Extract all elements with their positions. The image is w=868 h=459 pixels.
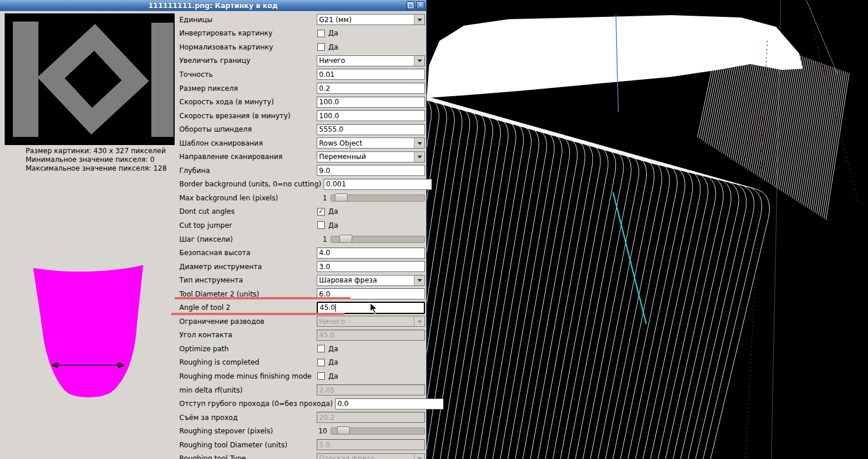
plunge-rate-input[interactable]: 100.0 bbox=[317, 110, 425, 121]
image-size-text: Размер картинки: 430 x 327 пикселей bbox=[26, 147, 166, 156]
step-pixels-slider[interactable] bbox=[331, 236, 425, 243]
pixel-size-input[interactable]: 0.2 bbox=[317, 83, 425, 94]
roughing-tool-type-dropdown: Плоская фреза bbox=[317, 453, 425, 459]
cut-top-jumper-checkbox[interactable] bbox=[317, 221, 325, 229]
depth-input[interactable]: 9.0 bbox=[317, 165, 425, 176]
row-depth-per-pass: Съём за проход20.2 bbox=[179, 411, 425, 425]
roughing-stepover-label: Roughing stepover (pixels) bbox=[179, 427, 314, 435]
spindle-speed-input[interactable]: 5555.0 bbox=[317, 124, 425, 135]
normalize-image-checkbox[interactable] bbox=[317, 43, 325, 51]
gcode-preview-3d[interactable] bbox=[427, 0, 868, 459]
invert-image-control: Да bbox=[317, 29, 425, 37]
row-tolerance: Точность0.01 bbox=[179, 68, 425, 82]
preview-left-bar bbox=[13, 22, 38, 137]
row-min-delta-rf: min delta rf(units)2.05 bbox=[179, 383, 425, 397]
close-button[interactable]: ✕ bbox=[416, 1, 424, 9]
row-safety-height: Безопасная высота4.0 bbox=[179, 246, 425, 260]
depth-per-pass-control: 20.2 bbox=[317, 412, 425, 423]
depth-value: 9.0 bbox=[319, 167, 330, 175]
tool-diameter-input[interactable]: 3.0 bbox=[317, 261, 425, 272]
roughing-stepover-slider[interactable] bbox=[331, 428, 425, 435]
min-delta-rf-input: 2.05 bbox=[317, 384, 425, 396]
plunge-rate-control: 100.0 bbox=[317, 110, 425, 121]
roughing-offset-input[interactable]: 0.0 bbox=[335, 398, 444, 409]
normalize-image-label: Нормализовать картинку bbox=[179, 43, 314, 51]
safety-height-label: Безопасная высота bbox=[179, 249, 314, 257]
tolerance-control: 0.01 bbox=[317, 69, 425, 80]
expand-border-control: Ничего bbox=[317, 55, 425, 66]
scan-pattern-dropdown[interactable]: Rows Object bbox=[317, 137, 425, 149]
chevron-down-icon[interactable] bbox=[414, 276, 424, 285]
invert-image-label: Инвертировать картинку bbox=[179, 29, 314, 37]
row-feed-rate: Скорость хода (в минуту)100.0 bbox=[179, 95, 425, 109]
mouse-cursor bbox=[370, 302, 379, 315]
tool-profile-preview bbox=[26, 262, 148, 405]
feed-rate-control: 100.0 bbox=[317, 97, 425, 108]
roughing-is-completed-checkbox[interactable] bbox=[317, 359, 325, 366]
roughing-is-completed-control: Да bbox=[317, 358, 425, 366]
units-dropdown[interactable]: G21 (мм) bbox=[317, 14, 425, 25]
roughing-tool-diameter-control: 5.0 bbox=[317, 439, 425, 450]
angle-of-tool-2-value: 45.0 bbox=[320, 303, 335, 312]
safety-height-value: 4.0 bbox=[319, 249, 330, 257]
tool-shape-path bbox=[33, 265, 143, 397]
normalize-image-control: Да bbox=[317, 43, 425, 51]
max-background-len-control: 1 bbox=[317, 194, 425, 202]
chevron-down-icon[interactable] bbox=[414, 56, 424, 66]
step-pixels-label: Шаг (пиксели) bbox=[179, 235, 314, 243]
chevron-down-icon[interactable] bbox=[414, 152, 424, 162]
fillet-limit-control: Ничего bbox=[317, 316, 425, 327]
row-dont-cut-angles: Dont cut angles✓Да bbox=[179, 205, 425, 219]
roughing-minus-finishing-label: Roughing mode minus finishing mode bbox=[179, 372, 314, 380]
plunge-rate-label: Скорость врезания (в минуту) bbox=[179, 112, 314, 120]
pixel-size-label: Размер пикселя bbox=[179, 84, 314, 93]
close-icon: ✕ bbox=[418, 2, 423, 8]
roughing-tool-diameter-value: 5.0 bbox=[319, 441, 330, 449]
border-background-input[interactable]: 0.001 bbox=[324, 179, 432, 190]
minimize-button[interactable] bbox=[406, 1, 414, 9]
roughing-is-completed-checkbox-label: Да bbox=[328, 358, 338, 366]
tool-type-dropdown[interactable]: Шаровая фреза bbox=[317, 275, 425, 286]
roughing-tool-type-label: Roughing tool Type bbox=[179, 454, 314, 459]
chevron-down-icon[interactable] bbox=[414, 138, 424, 148]
cut-top-jumper-checkbox-label: Да bbox=[328, 221, 338, 230]
min-delta-rf-label: min delta rf(units) bbox=[179, 386, 314, 394]
image-max-text: Максимальное значение пикселя: 128 bbox=[26, 164, 166, 173]
border-background-label: Border background (units, 0=no cutting) bbox=[179, 180, 321, 188]
angle-of-tool-2-label: Angle of tool 2 bbox=[179, 303, 314, 312]
chevron-down-icon bbox=[414, 316, 424, 326]
roughing-stepover-slider-handle[interactable] bbox=[337, 426, 350, 435]
contact-angle-input: 45.0 bbox=[317, 330, 425, 341]
optimize-path-control: Да bbox=[317, 345, 425, 353]
depth-per-pass-label: Съём за проход bbox=[179, 414, 314, 422]
roughing-minus-finishing-checkbox[interactable] bbox=[317, 372, 325, 380]
window-titlebar[interactable]: 111111111.png: Картинку в код ✕ bbox=[0, 0, 426, 11]
units-control: G21 (мм) bbox=[317, 14, 425, 25]
safety-height-input[interactable]: 4.0 bbox=[317, 248, 425, 259]
row-roughing-is-completed: Roughing is completedДа bbox=[179, 356, 425, 370]
row-depth: Глубина9.0 bbox=[179, 164, 425, 178]
step-pixels-slider-handle[interactable] bbox=[339, 235, 352, 243]
tolerance-input[interactable]: 0.01 bbox=[317, 69, 425, 80]
optimize-path-checkbox[interactable] bbox=[317, 345, 325, 352]
dont-cut-angles-checkbox[interactable]: ✓ bbox=[317, 208, 325, 216]
expand-border-dropdown[interactable]: Ничего bbox=[317, 55, 425, 66]
depth-control: 9.0 bbox=[317, 165, 425, 176]
row-roughing-tool-type: Roughing tool TypeПлоская фреза bbox=[179, 452, 425, 459]
depth-label: Глубина bbox=[179, 167, 314, 175]
chevron-down-icon[interactable] bbox=[414, 15, 424, 24]
roughing-tool-type-selected-value: Плоская фреза bbox=[317, 454, 414, 459]
annotation-underline-1 bbox=[175, 297, 350, 299]
tool-diameter-control: 3.0 bbox=[317, 261, 425, 272]
feed-rate-value: 100.0 bbox=[319, 98, 339, 106]
feed-rate-input[interactable]: 100.0 bbox=[317, 97, 425, 108]
scan-direction-dropdown[interactable]: Переменный bbox=[317, 151, 425, 163]
max-background-len-slider-handle[interactable] bbox=[335, 193, 348, 202]
scan-direction-selected-value: Переменный bbox=[317, 152, 414, 162]
invert-image-checkbox[interactable] bbox=[317, 30, 325, 37]
row-plunge-rate: Скорость врезания (в минуту)100.0 bbox=[179, 109, 425, 123]
row-expand-border: Увеличить границуНичего bbox=[179, 54, 425, 68]
max-background-len-slider[interactable] bbox=[331, 195, 425, 202]
roughing-stepover-scale: 10 bbox=[317, 427, 425, 435]
roughing-tool-type-control: Плоская фреза bbox=[317, 453, 425, 459]
